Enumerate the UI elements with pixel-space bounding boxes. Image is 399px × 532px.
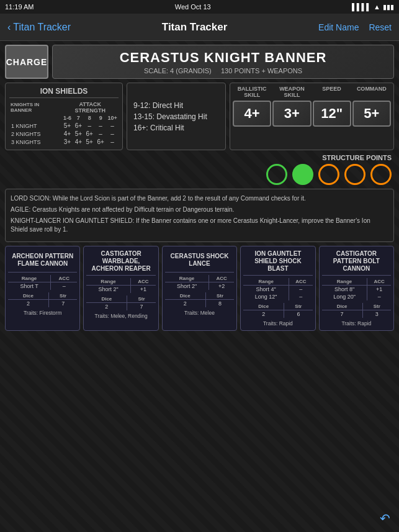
back-chevron-icon: ‹ [7, 22, 11, 33]
special-rule: LORD SCION: While the Lord Scion is part… [11, 194, 388, 203]
structure-circle[interactable] [370, 164, 392, 185]
weapon-name: ARCHEON PATTERN FLAME CANNON [8, 250, 77, 273]
weapon-traits: Traits: Rapid [243, 320, 312, 327]
char-values: 4+3+12"5+ [233, 101, 391, 127]
special-rules: LORD SCION: While the Lord Scion is part… [5, 189, 394, 242]
hit-row: 16+: Critical Hit [133, 122, 219, 133]
weapon-stats-table: Dice Str 2 6 [243, 303, 312, 318]
char-value: 3+ [272, 101, 311, 127]
unit-header: CHARGE CERASTUS KNIGHT BANNER SCALE: 4 (… [5, 45, 394, 79]
weapon-card: CASTIGATOR PATTERN BOLT CANNON Range ACC… [319, 246, 394, 331]
weapon-traits: Traits: Melee [165, 310, 234, 316]
weapon-table: Range ACC Short 2" +1 [86, 278, 155, 293]
weapon-stats-table: Dice Str 2 8 [165, 292, 234, 307]
charge-button[interactable]: CHARGE [5, 45, 48, 79]
hit-row: 13-15: Devastating Hit [133, 111, 219, 122]
weapon-card: ION GAUNTLET SHIELD SHOCK BLAST Range AC… [240, 246, 315, 331]
weapon-traits: Traits: Melee, Rending [86, 313, 155, 319]
weapon-card: ARCHEON PATTERN FLAME CANNON Range ACC S… [5, 246, 80, 331]
main-content: CHARGE CERASTUS KNIGHT BANNER SCALE: 4 (… [0, 41, 399, 335]
status-icons: ▌▌▌▌ ▲ ▮▮▮ [352, 3, 394, 11]
back-button[interactable]: ‹ Titan Tracker [7, 22, 71, 33]
special-rule: KNIGHT-LANCER ION GAUNTLET SHIELD: If th… [11, 217, 388, 234]
weapon-stats-table: Dice Str 2 7 [86, 295, 155, 310]
ion-shields-panel: ION SHIELDS KNIGHTS IN BANNER ATTACK STR… [5, 83, 123, 150]
weapons-row: ARCHEON PATTERN FLAME CANNON Range ACC S… [5, 246, 394, 331]
char-header: BALLISTIC SKILL [233, 86, 271, 98]
weapon-name: CASTIGATOR PATTERN BOLT CANNON [322, 250, 391, 276]
char-value: 12" [313, 101, 351, 127]
structure-circle[interactable] [318, 164, 339, 185]
char-value: 5+ [352, 101, 391, 127]
wifi-icon: ▲ [374, 3, 380, 11]
weapon-traits: Traits: Firestorm [8, 310, 77, 316]
back-label: Titan Tracker [13, 22, 71, 33]
ion-shields-title: ION SHIELDS [9, 87, 119, 98]
stats-row: ION SHIELDS KNIGHTS IN BANNER ATTACK STR… [5, 83, 394, 150]
ion-shield-row: 2 KNIGHTS 4+ 5+ 6+ – – [9, 130, 119, 138]
weapon-table: Range ACC Short 8" +1 Long 20"– [322, 278, 391, 300]
weapon-name: CERASTUS SHOCK LANCE [165, 250, 234, 273]
weapon-card: CASTIGATOR WARBLADE, ACHERON REAPER Rang… [83, 246, 158, 331]
char-header: COMMAND [352, 86, 391, 98]
hit-row: 9-12: Direct Hit [133, 100, 219, 111]
back-bottom-button[interactable]: ↶ [380, 511, 390, 526]
weapon-table: Range ACC Short 2" +2 [165, 275, 234, 290]
reset-button[interactable]: Reset [369, 22, 392, 32]
ion-shield-row: 3 KNIGHTS 3+ 4+ 5+ 6+ – [9, 138, 119, 146]
knights-header: KNIGHTS IN BANNER [9, 101, 61, 114]
structure-circles [5, 164, 394, 185]
ion-shield-row: 1 KNIGHT 5+ 6+ – – – [9, 122, 119, 130]
unit-title-block: CERASTUS KNIGHT BANNER SCALE: 4 (GRANDIS… [52, 45, 394, 79]
characteristics-panel: BALLISTIC SKILLWEAPON SKILLSPEEDCOMMAND … [230, 83, 394, 150]
char-header: SPEED [313, 86, 351, 98]
weapon-stats-table: Dice Str 7 3 [322, 303, 391, 318]
weapon-name: CASTIGATOR WARBLADE, ACHERON REAPER [86, 250, 155, 276]
weapon-table: Range ACC Short 4" – Long 12"– [243, 278, 312, 300]
structure-circle[interactable] [292, 164, 313, 185]
weapon-name: ION GAUNTLET SHIELD SHOCK BLAST [243, 250, 312, 276]
battery-icon: ▮▮▮ [383, 3, 394, 11]
status-date: Wed Oct 13 [175, 3, 211, 11]
nav-actions: Edit Name Reset [318, 22, 392, 32]
structure-section: STRUCTURE POINTS [5, 154, 394, 185]
weapon-traits: Traits: Rapid [322, 320, 391, 327]
weapon-table: Range ACC Short T – [8, 275, 77, 290]
char-headers: BALLISTIC SKILLWEAPON SKILLSPEEDCOMMAND [233, 86, 391, 98]
unit-name: CERASTUS KNIGHT BANNER [120, 50, 327, 66]
attack-strength-header: ATTACK STRENGTH [61, 101, 119, 114]
edit-name-button[interactable]: Edit Name [318, 22, 359, 32]
unit-scale: SCALE: 4 (GRANDIS) 130 POINTS + WEAPONS [144, 67, 302, 74]
special-rule: AGILE: Cerastus Knights are not affected… [11, 205, 388, 214]
status-time: 11:19 AM [5, 3, 34, 11]
weapon-stats-table: Dice Str 2 7 [8, 292, 77, 307]
ion-shields-table: KNIGHTS IN BANNER ATTACK STRENGTH 1-6 7 … [9, 101, 119, 146]
status-bar: 11:19 AM Wed Oct 13 ▌▌▌▌ ▲ ▮▮▮ [0, 0, 399, 14]
hit-panel: 9-12: Direct Hit13-15: Devastating Hit16… [127, 83, 226, 150]
signal-icon: ▌▌▌▌ [352, 3, 371, 11]
char-value: 4+ [233, 101, 271, 127]
nav-title: Titan Tracker [162, 21, 228, 34]
weapon-card: CERASTUS SHOCK LANCE Range ACC Short 2" … [162, 246, 237, 331]
char-header: WEAPON SKILL [272, 86, 311, 98]
nav-bar: ‹ Titan Tracker Titan Tracker Edit Name … [0, 14, 399, 41]
structure-circle[interactable] [344, 164, 365, 185]
structure-label: STRUCTURE POINTS [5, 154, 394, 161]
structure-circle[interactable] [266, 164, 287, 185]
